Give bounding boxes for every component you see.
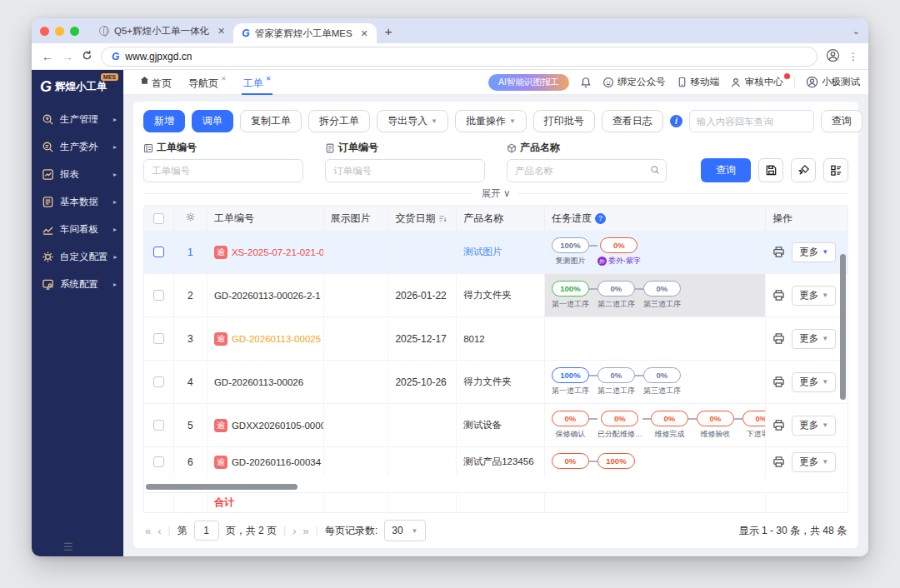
progress-pill[interactable]: 0% xyxy=(552,411,589,426)
workorder-no-input[interactable] xyxy=(143,159,303,182)
close-icon[interactable]: ✕ xyxy=(221,75,227,82)
column-settings-button[interactable] xyxy=(823,158,848,182)
save-filter-button[interactable] xyxy=(758,158,783,182)
order-number[interactable]: GD-20260116-00034 xyxy=(232,457,321,467)
collapse-sidebar-icon[interactable]: ☰ xyxy=(63,541,73,553)
bind-official-account[interactable]: 绑定公众号 xyxy=(602,76,666,88)
last-page-icon[interactable]: » xyxy=(303,525,309,537)
view-logs-button[interactable]: 查看日志 xyxy=(602,110,663,132)
product-name[interactable]: 得力文件夹 xyxy=(463,289,512,301)
col-delivery-date[interactable]: 交货日期 xyxy=(388,206,457,231)
sidebar-item-reports[interactable]: 报表▸ xyxy=(32,161,123,188)
progress-pill[interactable]: 0% xyxy=(600,237,638,253)
product-name[interactable]: 测试产品123456 xyxy=(463,456,533,468)
per-page-select[interactable]: 30▼ xyxy=(384,520,425,541)
product-name[interactable]: 测试图片 xyxy=(463,246,502,258)
tab-list-chevron-icon[interactable]: ⌄ xyxy=(852,26,860,37)
progress-pill[interactable]: 0% xyxy=(601,411,638,426)
more-button[interactable]: 更多▼ xyxy=(792,329,836,349)
order-number[interactable]: GD-20260113-00026-2-1 xyxy=(214,291,321,301)
more-button[interactable]: 更多▼ xyxy=(792,372,836,392)
printer-icon[interactable] xyxy=(772,456,785,468)
profile-icon[interactable] xyxy=(826,48,840,65)
sidebar-item-outsourcing[interactable]: 生产委外▸ xyxy=(32,133,123,161)
search-icon[interactable] xyxy=(650,165,660,177)
row-checkbox[interactable] xyxy=(153,290,164,301)
more-button[interactable]: 更多▼ xyxy=(792,286,836,306)
quick-search-button[interactable]: 查询 xyxy=(821,110,862,132)
browser-menu-icon[interactable]: ⋮ xyxy=(848,51,858,62)
product-name[interactable]: 8012 xyxy=(463,334,485,344)
row-checkbox[interactable] xyxy=(153,420,164,431)
minimize-window-button[interactable] xyxy=(55,27,64,36)
progress-pill[interactable]: 100% xyxy=(552,281,589,296)
horizontal-scrollbar[interactable] xyxy=(146,484,298,490)
table-row[interactable]: 2 GD-20260113-00026-2-1 2026-01-22 得力文件夹… xyxy=(144,274,848,317)
current-page-input[interactable]: 1 xyxy=(194,521,219,541)
print-batch-button[interactable]: 打印批号 xyxy=(533,110,595,132)
product-name[interactable]: 测试设备 xyxy=(463,419,502,431)
progress-pill[interactable]: 0% xyxy=(643,367,681,383)
copy-workorder-button[interactable]: 复制工单 xyxy=(240,110,302,132)
progress-pill[interactable]: 100% xyxy=(598,453,635,469)
row-checkbox[interactable] xyxy=(153,333,164,344)
address-bar[interactable]: G www.gjpxgd.cn xyxy=(101,47,818,67)
new-tab-button[interactable]: + xyxy=(385,24,392,38)
expand-toggle[interactable]: 展开 ∨ xyxy=(482,187,511,200)
printer-icon[interactable] xyxy=(772,376,785,388)
next-page-icon[interactable]: › xyxy=(292,525,296,537)
progress-pill[interactable]: 100% xyxy=(552,237,589,253)
page-tab-navigation[interactable]: 导航页✕ xyxy=(180,70,235,95)
table-row[interactable]: 3 逾 GD-20260113-00025 2025-12-17 8012 更多… xyxy=(144,317,848,361)
close-tab-icon[interactable]: ✕ xyxy=(218,26,225,37)
close-window-button[interactable] xyxy=(40,27,49,36)
help-icon[interactable]: ? xyxy=(595,213,606,224)
back-icon[interactable]: ← xyxy=(42,50,53,63)
printer-icon[interactable] xyxy=(772,332,785,345)
product-name-input[interactable] xyxy=(507,159,667,182)
product-name[interactable]: 得力文件夹 xyxy=(463,376,512,388)
batch-ops-button[interactable]: 批量操作▼ xyxy=(455,110,527,132)
notification-bell-icon[interactable] xyxy=(580,77,592,88)
close-icon[interactable]: ✕ xyxy=(266,75,272,82)
progress-pill[interactable]: 0% xyxy=(552,453,589,469)
sidebar-item-system-config[interactable]: 系统配置▸ xyxy=(32,271,123,298)
clear-filter-button[interactable] xyxy=(791,158,816,182)
url-text[interactable]: www.gjpxgd.cn xyxy=(125,51,192,62)
order-number[interactable]: GD-20260113-00025 xyxy=(232,334,321,344)
ai-recognition-button[interactable]: AI智能识图报工 xyxy=(488,74,569,91)
progress-pill[interactable]: 100% xyxy=(552,367,589,383)
row-checkbox[interactable] xyxy=(153,456,164,467)
first-page-icon[interactable]: « xyxy=(145,525,151,537)
select-all-checkbox[interactable] xyxy=(153,213,164,224)
audit-center-link[interactable]: 审核中心 xyxy=(730,76,783,88)
printer-icon[interactable] xyxy=(772,419,785,431)
order-number[interactable]: XS-2025-07-21-021-001- xyxy=(232,247,324,257)
page-tab-home[interactable]: 首页 xyxy=(132,70,180,95)
quick-search-input[interactable] xyxy=(689,110,814,132)
progress-pill[interactable]: 0% xyxy=(598,367,635,383)
prev-page-icon[interactable]: ‹ xyxy=(158,525,161,537)
vertical-scrollbar[interactable] xyxy=(840,254,846,400)
maximize-window-button[interactable] xyxy=(70,27,79,36)
order-no-input[interactable] xyxy=(325,159,485,182)
row-checkbox[interactable] xyxy=(153,376,164,387)
row-checkbox[interactable] xyxy=(153,247,164,257)
col-order-no[interactable]: 工单编号 xyxy=(208,206,324,231)
info-icon[interactable]: i xyxy=(670,115,682,127)
table-row[interactable]: 5 逾 GDXX20260105-00001 测试设备 0%保修确认0%已分配维… xyxy=(144,404,848,447)
sidebar-item-custom-config[interactable]: 自定义配置▸ xyxy=(32,243,123,271)
close-tab-icon[interactable]: ✕ xyxy=(361,28,368,39)
split-workorder-button[interactable]: 拆分工单 xyxy=(308,110,370,132)
gear-icon[interactable] xyxy=(185,212,196,225)
dispatch-button[interactable]: 调单 xyxy=(192,110,233,132)
progress-pill[interactable]: 0% xyxy=(651,411,688,426)
forward-icon[interactable]: → xyxy=(62,50,73,63)
table-row[interactable]: 1 逾 XS-2025-07-21-021-001- 测试图片 100%复测图片… xyxy=(144,231,848,274)
query-button[interactable]: 查询 xyxy=(701,158,751,182)
sidebar-item-workshop-board[interactable]: 车间看板▸ xyxy=(32,216,123,243)
table-row[interactable]: 4 GD-20260113-00026 2025-10-26 得力文件夹 100… xyxy=(144,361,848,404)
reload-icon[interactable] xyxy=(82,50,92,63)
printer-icon[interactable] xyxy=(772,246,785,258)
progress-pill[interactable]: 0% xyxy=(742,411,766,426)
